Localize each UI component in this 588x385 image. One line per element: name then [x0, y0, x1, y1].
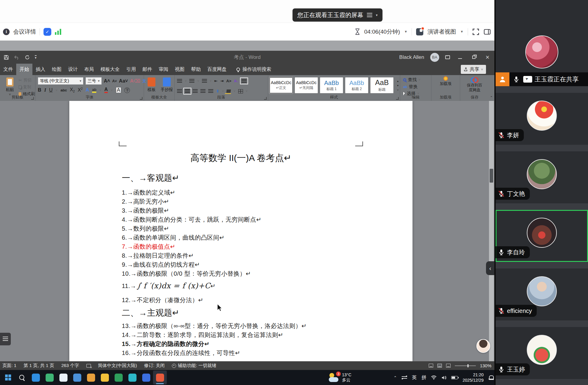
- tab-百度网盘[interactable]: 百度网盘: [204, 64, 230, 75]
- tab-设计[interactable]: 设计: [65, 64, 81, 75]
- taskbar-app-app-blue[interactable]: [139, 371, 153, 384]
- clear-format-button[interactable]: A⌫: [130, 78, 140, 84]
- align-right-icon[interactable]: [193, 89, 198, 93]
- floating-avatar[interactable]: [476, 339, 490, 353]
- weather-widget[interactable]: 3 13°C多云: [329, 370, 351, 385]
- taskbar-app-active-app[interactable]: [153, 371, 167, 384]
- quick-settings-icon[interactable]: [402, 376, 407, 379]
- restore-button[interactable]: [470, 54, 478, 60]
- customize-qat-icon[interactable]: ▾: [35, 55, 37, 59]
- style-card[interactable]: AaBbCcDc↵正文: [269, 77, 293, 93]
- taskbar-app-search[interactable]: [15, 371, 29, 384]
- speaker-view-icon[interactable]: [416, 28, 423, 35]
- proofing-icon[interactable]: [86, 364, 91, 368]
- font-name-select[interactable]: 等线 (中文正文)▾: [38, 77, 83, 85]
- save-to-baidu-button[interactable]: 保存到百度网盘: [460, 77, 489, 93]
- style-card[interactable]: AaB标题: [370, 77, 394, 93]
- taskbar-app-edge[interactable]: [29, 371, 43, 384]
- participant-tile[interactable]: 王玉婷: [496, 327, 588, 379]
- status-page-count[interactable]: 第 1 页, 共 1 页: [24, 363, 54, 368]
- superscript-button[interactable]: X2: [78, 87, 82, 93]
- justify-icon[interactable]: [200, 89, 206, 93]
- clock-widget[interactable]: 21:202025/12/29: [463, 372, 484, 383]
- clipboard-dialog-launcher[interactable]: [31, 97, 34, 100]
- status-language[interactable]: 简体中文(中国大陆): [98, 363, 137, 368]
- collapse-ribbon-icon[interactable]: ⌃: [490, 95, 493, 100]
- volume-icon[interactable]: [441, 375, 446, 380]
- asian-layout-icon[interactable]: A˃: [226, 79, 231, 83]
- strikethrough-button[interactable]: abc: [61, 88, 67, 92]
- styles-more-button[interactable]: ▴▾▿: [395, 77, 400, 93]
- scrollbar-thumb[interactable]: [490, 169, 493, 183]
- zoom-slider[interactable]: [455, 365, 476, 366]
- highlight-button[interactable]: ab: [92, 88, 96, 93]
- minimize-button[interactable]: [456, 54, 464, 60]
- font-color-caret[interactable]: ˅: [111, 89, 112, 92]
- banner-caret-icon[interactable]: ▾: [376, 14, 378, 17]
- tab-布局[interactable]: 布局: [81, 64, 97, 75]
- style-card[interactable]: AaBb标题 1: [320, 77, 343, 93]
- tab-引用[interactable]: 引用: [123, 64, 139, 75]
- outline-float-button[interactable]: [0, 333, 11, 345]
- taskbar-app-chrome[interactable]: [84, 371, 98, 384]
- tab-插入[interactable]: 插入: [32, 64, 49, 75]
- show-marks-icon[interactable]: [242, 79, 247, 83]
- status-accessibility[interactable]: 辅助功能: 一切就绪: [178, 363, 216, 368]
- account-name[interactable]: Black Allen: [399, 54, 424, 60]
- network-signal-icon[interactable]: [55, 29, 61, 35]
- grow-font-button[interactable]: A˄: [104, 78, 110, 84]
- security-shield-icon[interactable]: ✓: [44, 28, 51, 36]
- enclose-character-button[interactable]: 字: [124, 87, 130, 93]
- style-card[interactable]: AaBbCcDc↵无间隔: [295, 77, 318, 93]
- font-size-select[interactable]: 三号▾: [86, 77, 102, 85]
- paste-button[interactable]: 粘贴 ˅: [4, 77, 16, 96]
- tab-帮助[interactable]: 帮助: [188, 64, 204, 75]
- read-mode-icon[interactable]: [429, 364, 433, 368]
- document-area[interactable]: 高等数学 II(一)A 卷考点↵ 一、→客观题↵1.→函数的定义域↵2.→高阶无…: [0, 101, 494, 361]
- participant-tile[interactable]: 丁文艳: [496, 151, 588, 203]
- poster-button[interactable]: 手抄报: [160, 77, 174, 92]
- undo-icon[interactable]: [14, 55, 20, 60]
- taskbar-app-excel[interactable]: [112, 371, 125, 384]
- line-spacing-icon[interactable]: ⇕: [216, 89, 219, 93]
- document-page[interactable]: 高等数学 II(一)A 卷考点↵ 一、→客观题↵1.→函数的定义域↵2.→高阶无…: [69, 101, 412, 361]
- borders-icon[interactable]: [238, 89, 243, 93]
- sort-icon[interactable]: A↓: [234, 79, 239, 83]
- redo-icon[interactable]: [25, 55, 30, 60]
- participant-tile[interactable]: 李妍: [496, 93, 588, 145]
- cut-button[interactable]: ✂剪切: [19, 77, 35, 83]
- underline-button[interactable]: U: [49, 87, 53, 93]
- taskbar-app-mail[interactable]: [70, 371, 84, 384]
- tell-me-search[interactable]: 操作说明搜索: [236, 64, 271, 75]
- addins-button[interactable]: 加载项: [431, 76, 460, 86]
- taskbar-app-explorer[interactable]: [98, 371, 112, 384]
- web-layout-icon[interactable]: [446, 364, 451, 368]
- print-layout-icon[interactable]: [437, 364, 442, 368]
- italic-button[interactable]: I: [44, 87, 46, 93]
- highlight-caret[interactable]: ˅: [99, 89, 101, 92]
- taskbar-app-qq[interactable]: [56, 371, 70, 384]
- share-button[interactable]: 共享 ˅: [461, 65, 486, 74]
- word-titlebar[interactable]: ▾ 考点 - Word Black Allen BA ×: [0, 51, 494, 64]
- tab-开始[interactable]: 开始: [16, 64, 32, 75]
- taskbar-app-start[interactable]: [1, 371, 15, 384]
- tab-模板大全[interactable]: 模板大全: [97, 64, 123, 75]
- tab-审阅[interactable]: 审阅: [155, 64, 172, 75]
- tab-绘图[interactable]: 绘图: [49, 64, 65, 75]
- tab-文件[interactable]: 文件: [0, 64, 16, 75]
- side-panel-icon[interactable]: [484, 29, 491, 35]
- status-word-count[interactable]: 263 个字: [61, 363, 79, 368]
- taskbar-app-meeting[interactable]: [125, 371, 139, 384]
- account-avatar[interactable]: BA: [430, 53, 439, 62]
- styles-dialog-launcher[interactable]: [396, 97, 399, 100]
- banner-list-icon[interactable]: [367, 13, 372, 17]
- font-dialog-launcher[interactable]: [140, 97, 142, 100]
- increase-indent-icon[interactable]: ⇥: [220, 79, 224, 83]
- presenter-tile[interactable]: 王玉霞正在共享: [496, 0, 588, 86]
- battery-icon[interactable]: [451, 376, 458, 379]
- save-icon[interactable]: [4, 55, 9, 60]
- align-left-icon[interactable]: [177, 89, 182, 93]
- close-button[interactable]: ×: [484, 53, 491, 61]
- status-track-changes[interactable]: 修订: 关闭: [144, 363, 165, 368]
- ribbon-display-icon[interactable]: [445, 55, 450, 59]
